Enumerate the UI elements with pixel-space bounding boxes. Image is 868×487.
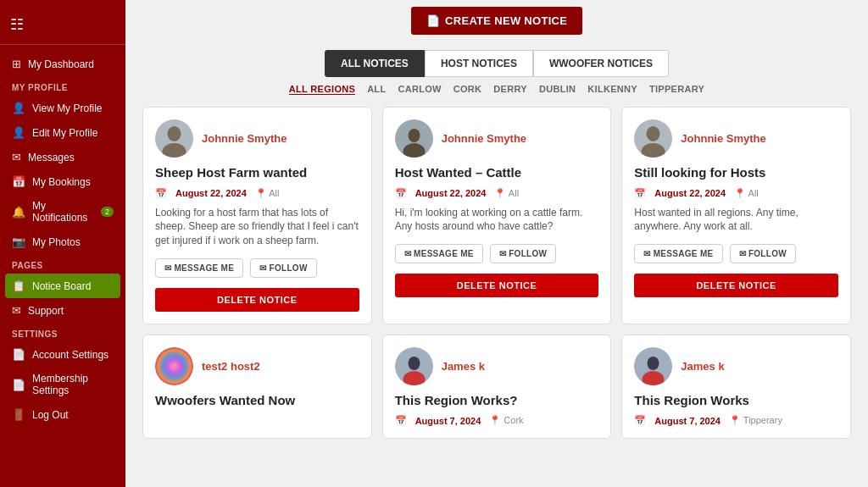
messages-label: Messages [28, 152, 75, 163]
card-6-avatar [634, 347, 672, 385]
sidebar: ☷ ⊞ My Dashboard MY PROFILE 👤 View My Pr… [0, 0, 125, 487]
menu-icon[interactable]: ☷ [10, 16, 24, 33]
card-4-author: test2 host2 [202, 360, 260, 373]
card-2-actions: ✉ MESSAGE ME ✉ FOLLOW [395, 244, 599, 263]
sidebar-item-dashboard[interactable]: ⊞ My Dashboard [0, 52, 125, 76]
card-1-message-btn[interactable]: ✉ MESSAGE ME [155, 258, 243, 278]
card-6-header: James k [634, 347, 838, 385]
sidebar-item-messages[interactable]: ✉ Messages [0, 145, 125, 169]
card-4-avatar [155, 347, 193, 385]
create-notice-button[interactable]: 📄 CREATE NEW NOTICE [411, 7, 583, 35]
person-icon: 👤 [12, 102, 25, 114]
card-6-meta: 📅 August 7, 2024 📍 Tipperary [634, 415, 838, 426]
messages-icon: ✉ [12, 151, 21, 163]
region-all[interactable]: ALL [367, 84, 386, 95]
region-cork[interactable]: CORK [453, 84, 482, 95]
card-6-location: 📍 Tipperary [729, 415, 782, 426]
tab-wwoofer-notices[interactable]: WWOOFER NOTICES [533, 50, 669, 77]
card-6-date: August 7, 2024 [654, 416, 721, 426]
sidebar-top: ☷ [0, 8, 125, 45]
tab-host-notices[interactable]: HOST NOTICES [425, 50, 533, 77]
notifications-badge: 2 [101, 207, 114, 217]
svg-point-9 [155, 347, 193, 385]
edit-person-icon: 👤 [12, 126, 25, 139]
notifications-label: My Notifications [32, 200, 94, 224]
calendar-icon-3: 📅 [634, 188, 646, 199]
card-2-author: Johnnie Smythe [442, 132, 526, 145]
photos-label: My Photos [32, 236, 81, 248]
sidebar-item-notice-board[interactable]: 📋 Notice Board [5, 274, 120, 298]
support-label: Support [28, 305, 64, 317]
card-1-delete-btn[interactable]: DELETE NOTICE [155, 288, 359, 312]
region-all-regions[interactable]: ALL REGIONS [289, 84, 355, 95]
bookings-icon: 📅 [12, 175, 25, 188]
card-5-title: This Region Works? [395, 392, 599, 409]
card-3-date: August 22, 2024 [654, 188, 726, 198]
notice-board-icon: 📋 [12, 279, 25, 292]
notice-card-3: Johnnie Smythe Still looking for Hosts 📅… [621, 107, 851, 324]
pages-section: PAGES [0, 254, 125, 274]
card-1-follow-btn[interactable]: ✉ FOLLOW [250, 258, 317, 278]
card-3-body: Host wanted in all regions. Any time, an… [634, 206, 838, 235]
card-2-title: Host Wanted – Cattle [395, 164, 599, 181]
card-3-header: Johnnie Smythe [634, 119, 838, 158]
card-3-avatar [634, 119, 672, 158]
create-notice-label: CREATE NEW NOTICE [445, 14, 567, 27]
region-tipperary[interactable]: TIPPERARY [649, 84, 704, 95]
card-2-message-btn[interactable]: ✉ MESSAGE ME [395, 244, 483, 263]
logout-label: Log Out [32, 409, 69, 421]
card-4-header: test2 host2 [155, 347, 359, 385]
region-kilkenny[interactable]: KILKENNY [587, 84, 637, 95]
card-1-avatar [155, 119, 193, 158]
photos-icon: 📷 [12, 235, 25, 248]
main-content: 📄 CREATE NEW NOTICE ALL NOTICES HOST NOT… [125, 0, 868, 487]
sidebar-item-notifications[interactable]: 🔔 My Notifications 2 [0, 194, 125, 230]
card-2-delete-btn[interactable]: DELETE NOTICE [395, 274, 599, 297]
region-dublin[interactable]: DUBLIN [539, 84, 576, 95]
create-notice-icon: 📄 [426, 14, 440, 27]
card-1-actions: ✉ MESSAGE ME ✉ FOLLOW [155, 258, 359, 278]
notifications-icon: 🔔 [12, 206, 25, 219]
svg-point-14 [648, 357, 659, 370]
dashboard-label: My Dashboard [28, 58, 94, 70]
calendar-icon-6: 📅 [634, 415, 646, 426]
membership-label: Membership Settings [32, 373, 114, 396]
card-3-delete-btn[interactable]: DELETE NOTICE [634, 274, 838, 297]
account-settings-label: Account Settings [32, 349, 108, 361]
card-2-header: Johnnie Smythe [395, 119, 599, 158]
sidebar-item-account-settings[interactable]: 📄 Account Settings [0, 342, 125, 367]
svg-point-1 [168, 126, 181, 141]
sidebar-item-membership[interactable]: 📄 Membership Settings [0, 367, 125, 402]
sidebar-item-view-profile[interactable]: 👤 View My Profile [0, 96, 125, 120]
logout-icon: 🚪 [12, 408, 25, 421]
sidebar-item-bookings[interactable]: 📅 My Bookings [0, 169, 125, 194]
settings-section: SETTINGS [0, 323, 125, 342]
my-profile-section: MY PROFILE [0, 76, 125, 96]
sidebar-item-logout[interactable]: 🚪 Log Out [0, 402, 125, 427]
card-5-meta: 📅 August 7, 2024 📍 Cork [395, 415, 599, 426]
card-1-title: Sheep Host Farm wanted [155, 164, 359, 181]
sidebar-item-support[interactable]: ✉ Support [0, 298, 125, 323]
support-icon: ✉ [12, 304, 21, 317]
region-carlow[interactable]: CARLOW [398, 84, 441, 95]
card-1-header: Johnnie Smythe [155, 119, 359, 158]
card-3-message-btn[interactable]: ✉ MESSAGE ME [634, 244, 722, 263]
card-2-follow-btn[interactable]: ✉ FOLLOW [490, 244, 557, 263]
edit-profile-label: Edit My Profile [32, 127, 97, 139]
svg-point-4 [408, 129, 420, 142]
cards-grid: Johnnie Smythe Sheep Host Farm wanted 📅 … [142, 107, 851, 439]
svg-point-7 [647, 126, 660, 141]
card-5-header: James k [395, 347, 599, 385]
region-derry[interactable]: DERRY [493, 84, 527, 95]
calendar-icon-2: 📅 [395, 188, 407, 199]
notice-card-1: Johnnie Smythe Sheep Host Farm wanted 📅 … [142, 107, 372, 324]
card-2-date: August 22, 2024 [415, 188, 487, 198]
card-1-author: Johnnie Smythe [202, 132, 287, 145]
card-3-actions: ✉ MESSAGE ME ✉ FOLLOW [634, 244, 838, 263]
sidebar-item-edit-profile[interactable]: 👤 Edit My Profile [0, 120, 125, 145]
card-5-location: 📍 Cork [489, 415, 523, 426]
card-1-meta: 📅 August 22, 2024 📍 All [155, 188, 359, 199]
card-3-follow-btn[interactable]: ✉ FOLLOW [730, 244, 797, 263]
tab-all-notices[interactable]: ALL NOTICES [325, 50, 425, 77]
sidebar-item-photos[interactable]: 📷 My Photos [0, 230, 125, 254]
